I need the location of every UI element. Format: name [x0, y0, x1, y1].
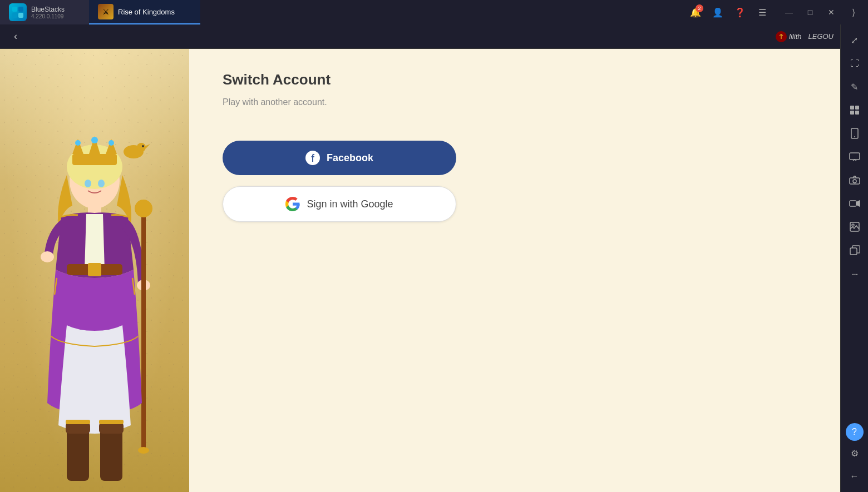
game-area: ‹ lilith LEGOU — [0, 24, 840, 492]
svg-rect-24 — [141, 208, 146, 453]
sidebar-bottom: ? ⚙ ← — [844, 423, 866, 492]
bluestacks-tab-text: BlueStacks 4.220.0.1109 — [31, 6, 65, 19]
svg-point-15 — [137, 143, 146, 152]
svg-point-44 — [852, 224, 854, 226]
record-icon[interactable] — [844, 192, 866, 215]
video-play-icon[interactable] — [844, 99, 866, 121]
settings-icon[interactable]: ⚙ — [844, 442, 866, 464]
svg-point-25 — [135, 200, 152, 217]
switch-account-title: Switch Account — [223, 71, 807, 88]
lilith-logo-icon — [776, 31, 787, 42]
help-button[interactable]: ❓ — [730, 2, 750, 22]
game-tab[interactable]: ⚔ Rise of Kingdoms — [89, 0, 200, 24]
svg-rect-31 — [99, 420, 124, 424]
svg-point-17 — [85, 180, 91, 187]
help-icon[interactable]: ? — [846, 423, 864, 441]
svg-point-32 — [138, 447, 149, 454]
svg-rect-21 — [88, 263, 101, 276]
svg-point-18 — [98, 180, 105, 187]
lilith-logo: lilith — [776, 31, 801, 42]
titlebar-left: BlueStacks 4.220.0.1109 ⚔ Rise of Kingdo… — [0, 0, 200, 24]
lilith-label: lilith — [789, 32, 801, 41]
google-signin-button[interactable]: Sign in with Google — [223, 186, 456, 222]
switch-account-subtitle: Play with another account. — [223, 97, 807, 107]
character-section — [0, 49, 189, 492]
svg-point-16 — [142, 145, 144, 147]
phone-icon[interactable] — [844, 122, 866, 145]
svg-rect-2 — [12, 13, 17, 18]
bluestacks-logo-icon — [9, 3, 27, 21]
facebook-button[interactable]: Facebook — [223, 141, 456, 175]
google-button-label: Sign in with Google — [307, 198, 393, 210]
edit-icon[interactable]: ✎ — [844, 76, 866, 98]
svg-rect-42 — [850, 201, 856, 206]
bluestacks-version: 4.220.0.1109 — [31, 13, 65, 19]
back-nav-icon[interactable]: ← — [844, 465, 866, 488]
main-area: ‹ lilith LEGOU — [0, 24, 868, 492]
game-tab-icon: ⚔ — [98, 4, 114, 19]
menu-button[interactable]: ☰ — [752, 2, 772, 22]
svg-rect-36 — [855, 111, 859, 115]
game-viewport: Switch Account Play with another account… — [0, 49, 840, 492]
gallery-icon[interactable] — [844, 216, 866, 238]
svg-rect-1 — [18, 7, 23, 12]
svg-point-12 — [91, 137, 98, 143]
google-icon — [285, 197, 300, 211]
svg-rect-39 — [850, 153, 860, 160]
svg-rect-30 — [66, 420, 90, 424]
window-controls: — □ ✕ — [779, 2, 841, 22]
legou-logo: LEGOU — [808, 32, 834, 41]
bluestacks-tab[interactable]: BlueStacks 4.220.0.1109 — [0, 0, 89, 24]
facebook-button-label: Facebook — [327, 152, 373, 164]
svg-point-11 — [75, 140, 81, 146]
facebook-icon — [305, 151, 320, 165]
game-topbar: ‹ lilith LEGOU — [0, 24, 840, 49]
minimize-button[interactable]: — — [779, 2, 799, 22]
maximize-button[interactable]: □ — [800, 2, 820, 22]
svg-point-22 — [41, 251, 54, 262]
notification-button[interactable]: 🔔 2 — [685, 2, 706, 22]
camera-icon[interactable] — [844, 169, 866, 191]
side-expand-button[interactable]: ⟩ — [844, 2, 864, 22]
game-tab-title: Rise of Kingdoms — [118, 8, 175, 16]
svg-rect-33 — [850, 106, 854, 110]
tv-icon[interactable] — [844, 146, 866, 168]
character-illustration — [6, 114, 184, 492]
titlebar-right: 🔔 2 👤 ❓ ☰ — □ ✕ ⟩ — [685, 2, 868, 22]
fullscreen-icon[interactable]: ⛶ — [844, 52, 866, 74]
titlebar: BlueStacks 4.220.0.1109 ⚔ Rise of Kingdo… — [0, 0, 868, 24]
svg-point-41 — [853, 180, 856, 183]
svg-point-13 — [108, 140, 114, 146]
bluestacks-tab-title: BlueStacks — [31, 6, 65, 13]
notification-badge: 2 — [696, 4, 703, 12]
content-section: Switch Account Play with another account… — [189, 49, 840, 492]
back-button[interactable]: ‹ — [7, 28, 24, 46]
game-topbar-right: lilith LEGOU — [776, 31, 834, 42]
svg-rect-34 — [855, 106, 859, 110]
right-sidebar: ⤢ ⛶ ✎ ··· ? ⚙ ← — [840, 24, 868, 492]
svg-rect-0 — [12, 7, 17, 12]
account-button[interactable]: 👤 — [708, 2, 728, 22]
expand-icon[interactable]: ⤢ — [844, 29, 866, 51]
svg-rect-3 — [18, 13, 23, 18]
auth-buttons: Facebook Sign in with Google — [223, 141, 456, 222]
more-options-icon[interactable]: ··· — [844, 262, 866, 285]
close-button[interactable]: ✕ — [821, 2, 841, 22]
legou-label: LEGOU — [808, 32, 834, 41]
svg-rect-35 — [850, 111, 854, 115]
svg-rect-45 — [850, 248, 857, 255]
clone-icon[interactable] — [844, 239, 866, 261]
svg-rect-7 — [72, 154, 117, 165]
